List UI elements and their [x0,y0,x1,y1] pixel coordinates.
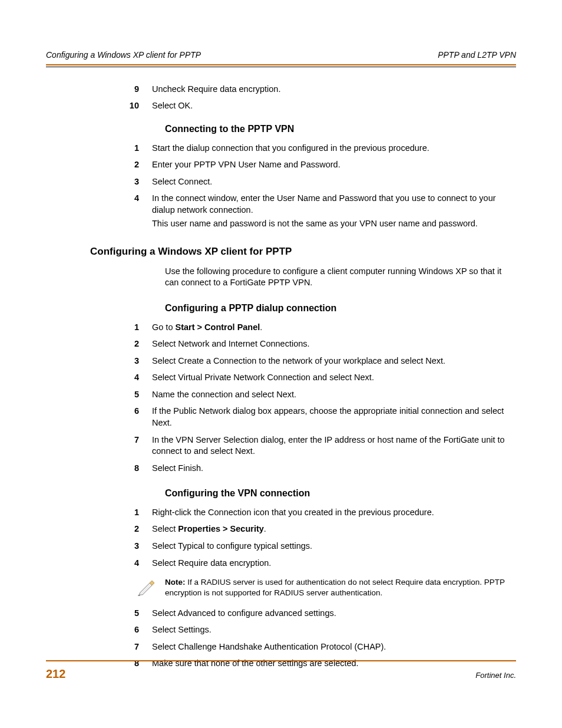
step-text: Right-click the Connection icon that you… [152,507,516,519]
step-row: 7In the VPN Server Selection dialog, ent… [46,434,516,457]
heading-config-dialup: Configuring a PPTP dialup connection [165,302,516,315]
page-number: 212 [46,666,65,682]
step-row: 6If the Public Network dialog box appear… [46,406,516,429]
step-row: 5Select Advanced to configure advanced s… [46,608,516,620]
page-content: Configuring a Windows XP client for PPTP… [0,0,562,670]
step-text: Select Typical to configure typical sett… [152,541,516,552]
heading-connecting-pptp: Connecting to the PPTP VPN [165,123,516,136]
step-number: 3 [46,355,152,367]
step-text: Select Advanced to configure advanced se… [152,608,516,620]
step-text: Select Connect. [152,176,516,188]
heading-config-xp-client: Configuring a Windows XP client for PPTP [90,245,516,259]
step-row: 6Select Settings. [46,624,516,636]
step-row: 1Right-click the Connection icon that yo… [46,507,516,519]
step-text: Select Require data encryption. [152,558,516,569]
step-text: Uncheck Require data encryption. [152,84,516,95]
note-text: Note: If a RADIUS server is used for aut… [152,577,516,598]
step-number: 7 [46,641,152,653]
step-row: 7Select Challenge Handshake Authenticati… [46,641,516,653]
step-text: If the Public Network dialog box appears… [152,406,516,429]
step-text: Start the dialup connection that you con… [152,143,516,154]
step-row: 3Select Connect. [46,176,516,188]
step-number: 1 [46,322,152,334]
step-text: In the connect window, enter the User Na… [152,193,516,230]
note-body: If a RADIUS server is used for authentic… [165,578,505,597]
step-number: 1 [46,143,152,154]
step-row: 3Select Create a Connection to the netwo… [46,355,516,367]
step-number: 7 [46,434,152,457]
step-number: 5 [46,608,152,620]
step-number: 4 [46,372,152,384]
step-number: 3 [46,176,152,188]
step-number: 2 [46,523,152,535]
step-text: Name the connection and select Next. [152,389,516,401]
step-text: Select Settings. [152,624,516,636]
running-header: Configuring a Windows XP client for PPTP… [46,50,516,64]
step-number: 6 [46,406,152,429]
step-row: 4In the connect window, enter the User N… [46,193,516,230]
note-block: Note: If a RADIUS server is used for aut… [46,577,516,599]
step-number: 1 [46,507,152,519]
step-number: 8 [46,463,152,475]
step-row: 2Select Properties > Security. [46,523,516,535]
step-number: 4 [46,558,152,569]
step-row: 5Name the connection and select Next. [46,389,516,401]
step-text: Select Network and Internet Connections. [152,338,516,350]
step-row: 8Select Finish. [46,463,516,475]
step-number: 6 [46,624,152,636]
step-text: Select Finish. [152,463,516,475]
step-number: 4 [46,193,152,230]
step-number: 9 [46,84,152,95]
note-label: Note: [165,578,186,587]
step-number: 2 [46,338,152,350]
step-row: 1Go to Start > Control Panel. [46,322,516,334]
note-icon [46,577,152,599]
step-text: Go to Start > Control Panel. [152,322,516,334]
footer-company: Fortinet Inc. [475,670,516,681]
step-text: Select Create a Connection to the networ… [152,355,516,367]
step-row: 1Start the dialup connection that you co… [46,143,516,154]
step-row: 4Select Require data encryption. [46,558,516,569]
step-number: 3 [46,541,152,552]
step-row: 3Select Typical to configure typical set… [46,541,516,552]
step-text: In the VPN Server Selection dialog, ente… [152,434,516,457]
step-text: Select OK. [152,100,516,112]
heading-config-vpn-connection: Configuring the VPN connection [165,487,516,500]
header-rule-thin [46,67,516,67]
step-text: Enter your PPTP VPN User Name and Passwo… [152,159,516,171]
step-row: 2Select Network and Internet Connections… [46,338,516,350]
page-footer: 212 Fortinet Inc. [46,660,516,682]
step-number: 10 [46,100,152,112]
step-number: 2 [46,159,152,171]
step-row: 2Enter your PPTP VPN User Name and Passw… [46,159,516,171]
step-text: Select Virtual Private Network Connectio… [152,372,516,384]
step-row: 10Select OK. [46,100,516,112]
step-text: Select Challenge Handshake Authenticatio… [152,641,516,653]
intro-paragraph: Use the following procedure to configure… [165,266,516,289]
header-rule-accent [46,64,516,65]
step-row: 9Uncheck Require data encryption. [46,84,516,95]
step-row: 4Select Virtual Private Network Connecti… [46,372,516,384]
step-text: Select Properties > Security. [152,523,516,535]
step-number: 5 [46,389,152,401]
header-left: Configuring a Windows XP client for PPTP [46,50,201,61]
header-right: PPTP and L2TP VPN [438,50,516,61]
